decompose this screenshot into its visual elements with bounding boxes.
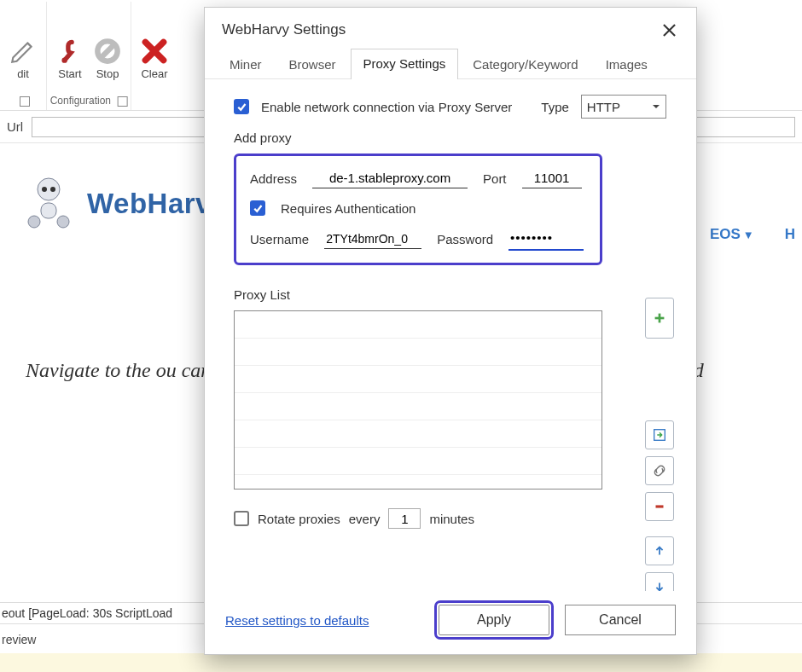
nav-eos[interactable]: EOS▼ [710,226,754,243]
chevron-down-icon [652,102,660,111]
move-down-button[interactable] [645,572,674,591]
password-input[interactable] [509,228,584,247]
tab-images[interactable]: Images [593,49,660,78]
svg-point-10 [57,216,69,228]
port-label: Port [483,171,507,186]
url-label: Url [7,119,23,134]
port-input[interactable] [522,168,582,188]
rotate-label-c: minutes [429,512,474,526]
clear-button[interactable]: Clear [140,37,169,80]
config-group-label: Configuration [50,95,128,107]
tab-proxy-settings[interactable]: Proxy Settings [351,49,459,79]
enable-proxy-checkbox[interactable] [234,99,249,114]
arrow-up-icon [652,543,667,559]
svg-point-6 [42,187,47,192]
stop-button[interactable]: Stop [93,37,122,80]
proxy-list[interactable] [234,310,602,490]
svg-point-9 [28,216,40,228]
auth-checkbox[interactable] [250,200,265,216]
address-input[interactable] [312,168,468,188]
dialog-title: WebHarvy Settings [222,21,346,38]
svg-point-5 [38,178,60,200]
add-proxy-button[interactable] [645,298,674,339]
dialog-tabs: Miner Browser Proxy Settings Category/Ke… [205,49,696,79]
link-icon [652,463,667,478]
proxy-list-label: Proxy List [234,287,679,302]
type-label: Type [541,100,569,114]
plus-icon [652,310,667,326]
tab-browser[interactable]: Browser [276,49,349,78]
rotate-label-a: Rotate proxies [258,512,340,526]
import-button[interactable] [645,420,674,449]
add-proxy-label: Add proxy [234,130,679,145]
enable-proxy-label: Enable network connection via Proxy Serv… [261,100,512,114]
apply-button[interactable]: Apply [439,605,549,635]
proxy-type-select[interactable]: HTTP [581,95,666,119]
robot-icon [26,177,72,230]
settings-dialog: WebHarvy Settings Miner Browser Proxy Se… [204,7,697,655]
add-proxy-panel: Address Port Requires Authentication Use… [234,154,602,265]
test-button[interactable] [645,456,674,485]
svg-rect-8 [41,203,56,218]
start-button[interactable]: Start [55,37,84,80]
auth-label: Requires Authentication [281,201,416,216]
remove-button[interactable] [645,492,674,521]
arrow-down-icon [652,579,667,591]
close-icon [663,24,676,37]
rotate-checkbox[interactable] [234,511,249,526]
tab-miner[interactable]: Miner [217,49,275,78]
svg-line-2 [101,44,115,59]
username-input[interactable] [324,229,421,249]
reset-link[interactable]: Reset settings to defaults [225,613,369,628]
rotate-label-b: every [349,512,381,526]
address-label: Address [250,171,297,186]
username-label: Username [250,232,309,246]
edit-button[interactable]: dit [9,37,38,80]
minus-icon [652,499,667,514]
cancel-button[interactable]: Cancel [565,605,676,635]
close-button[interactable] [659,20,679,40]
password-label: Password [437,232,493,246]
rotate-minutes-input[interactable] [388,508,421,529]
svg-point-7 [50,187,55,192]
import-icon [652,427,667,443]
move-up-button[interactable] [645,536,674,565]
nav-h[interactable]: H [785,226,795,243]
svg-point-0 [61,57,67,62]
tab-category-keyword[interactable]: Category/Keyword [460,49,590,78]
